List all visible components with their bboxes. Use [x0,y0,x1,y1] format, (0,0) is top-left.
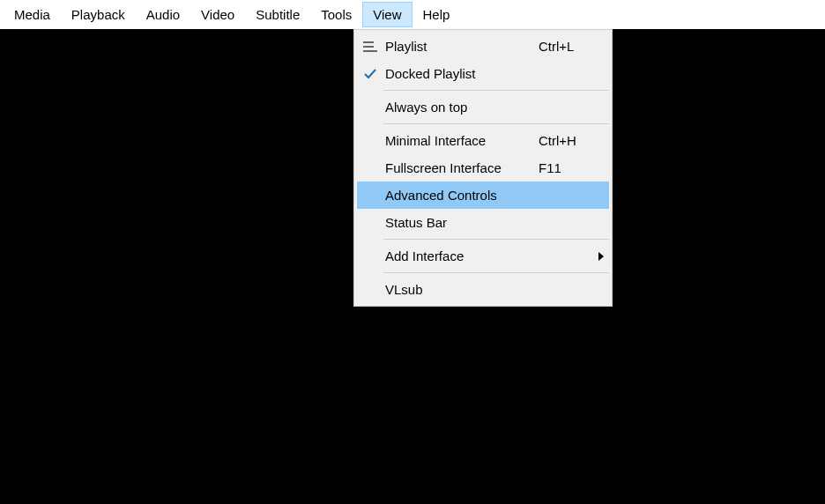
menu-item-label: Minimal Interface [383,133,539,148]
svg-rect-0 [363,41,374,43]
menubar: Media Playback Audio Video Subtitle Tool… [0,0,825,29]
check-icon [357,69,383,79]
menu-item-label: Status Bar [383,215,539,230]
svg-rect-1 [363,46,374,48]
menu-separator [383,272,609,273]
playlist-icon [357,41,383,52]
menu-item-label: Add Interface [383,248,539,263]
menu-item-fullscreen-interface[interactable]: Fullscreen Interface F11 [357,154,609,182]
menu-media[interactable]: Media [4,2,61,27]
menu-playback[interactable]: Playback [61,2,136,27]
menu-separator [383,239,609,240]
menu-item-label: Docked Playlist [383,66,539,81]
menu-tools[interactable]: Tools [310,2,362,27]
menu-item-docked-playlist[interactable]: Docked Playlist [357,60,609,87]
submenu-arrow-icon [593,252,609,261]
view-dropdown: Playlist Ctrl+L Docked Playlist Always o… [353,29,613,307]
menu-item-add-interface[interactable]: Add Interface [357,242,609,270]
menu-item-vlsub[interactable]: VLsub [357,276,609,303]
menu-item-label: VLsub [383,282,539,297]
menu-item-minimal-interface[interactable]: Minimal Interface Ctrl+H [357,127,609,154]
menu-item-advanced-controls[interactable]: Advanced Controls [357,182,609,209]
menu-item-shortcut: Ctrl+L [539,39,593,54]
menu-separator [383,123,609,124]
menu-help[interactable]: Help [412,2,461,27]
menu-item-label: Always on top [383,100,539,115]
menu-separator [383,90,609,91]
menu-item-status-bar[interactable]: Status Bar [357,209,609,236]
menu-audio[interactable]: Audio [136,2,190,27]
menu-view[interactable]: View [362,2,412,27]
svg-rect-2 [363,50,377,52]
menu-item-shortcut: Ctrl+H [539,133,593,148]
menu-item-playlist[interactable]: Playlist Ctrl+L [357,33,609,60]
menu-item-always-on-top[interactable]: Always on top [357,93,609,121]
menu-item-shortcut: F11 [539,160,593,175]
menu-video[interactable]: Video [190,2,245,27]
menu-item-label: Playlist [383,39,539,54]
menu-item-label: Fullscreen Interface [383,160,539,175]
menu-subtitle[interactable]: Subtitle [245,2,310,27]
menu-item-label: Advanced Controls [383,188,539,203]
